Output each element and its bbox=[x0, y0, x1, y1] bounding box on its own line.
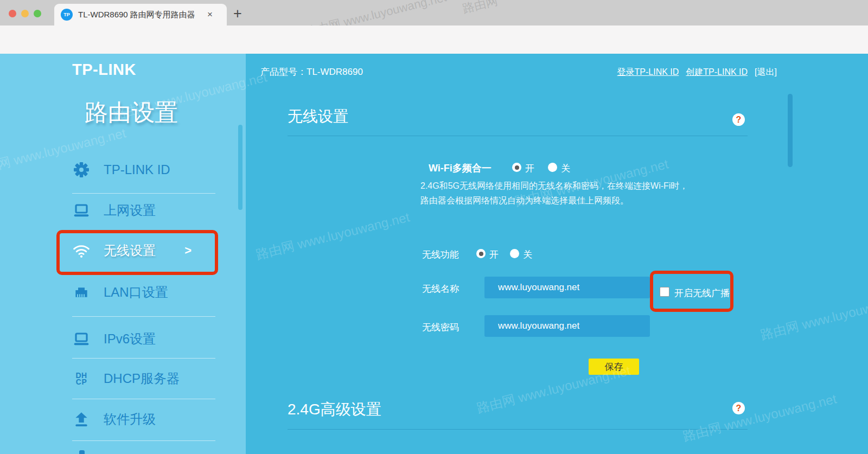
browser-tab[interactable]: TP TL-WDR8690 路由网专用路由器 × bbox=[54, 4, 227, 25]
sidebar-item-label: LAN口设置 bbox=[104, 284, 168, 301]
tab-favicon-icon: TP bbox=[61, 9, 73, 21]
mac-maximize-button[interactable] bbox=[34, 10, 41, 17]
function-radio-off[interactable] bbox=[510, 249, 519, 258]
ethernet-port-icon bbox=[72, 283, 91, 302]
password-label: 无线密码 bbox=[422, 321, 459, 334]
create-tplink-id-link[interactable]: 创建TP-LINK ID bbox=[686, 67, 748, 78]
laptop-icon bbox=[72, 330, 91, 348]
wireless-function-label: 无线功能 bbox=[422, 248, 459, 261]
section-title-advanced: 2.4G高级设置 bbox=[288, 399, 381, 420]
tab-strip: TP TL-WDR8690 路由网专用路由器 × + 路由网 www.luyou… bbox=[0, 0, 868, 25]
sidebar-item-ipv6[interactable]: IPv6设置 bbox=[72, 328, 224, 350]
watermark: 路由网 bbox=[461, 0, 499, 17]
function-radio-on[interactable] bbox=[476, 249, 486, 258]
sidebar-divider bbox=[72, 399, 215, 399]
watermark: 路由网 www.luyouwang.net bbox=[681, 390, 838, 445]
help-icon[interactable]: ? bbox=[732, 113, 745, 126]
sidebar-item-tplink-id[interactable]: TP-LINK ID bbox=[72, 159, 224, 181]
multiband-radio-off-label: 关 bbox=[561, 162, 570, 175]
multiband-label: Wi-Fi多频合一 bbox=[429, 162, 492, 175]
multiband-radio-on-label: 开 bbox=[525, 162, 534, 175]
mac-minimize-button[interactable] bbox=[21, 10, 29, 17]
ssid-label: 无线名称 bbox=[422, 283, 459, 295]
sidebar-title: 路由设置 bbox=[85, 97, 178, 129]
sidebar-item-label: 软件升级 bbox=[104, 411, 156, 428]
password-input[interactable] bbox=[484, 315, 650, 337]
help-icon[interactable]: ? bbox=[732, 402, 745, 414]
section-divider bbox=[288, 429, 748, 430]
function-radio-off-label: 关 bbox=[523, 248, 532, 261]
sidebar-divider bbox=[72, 358, 215, 359]
sidebar-item-lan[interactable]: LAN口设置 bbox=[72, 282, 224, 303]
section-title-wireless: 无线设置 bbox=[288, 106, 348, 127]
ssid-input[interactable] bbox=[484, 277, 650, 298]
watermark: 路由网 www.luyouwang.net bbox=[254, 208, 411, 263]
sidebar-item-upgrade[interactable]: 软件升级 bbox=[72, 408, 224, 430]
section-divider bbox=[288, 136, 748, 136]
multiband-radio-on[interactable] bbox=[512, 163, 521, 172]
sidebar-divider bbox=[72, 193, 215, 194]
sidebar-divider bbox=[72, 440, 215, 441]
sidebar-item-dhcp[interactable]: DHCP DHCP服务器 bbox=[72, 368, 224, 389]
product-model: 产品型号：TL-WDR8690 bbox=[260, 66, 363, 78]
login-tplink-id-link[interactable]: 登录TP-LINK ID bbox=[617, 67, 679, 78]
new-tab-button[interactable]: + bbox=[233, 5, 242, 22]
multiband-description: 2.4G和5G无线网络使用相同的无线名称和密码，在终端连接Wi-Fi时，路由器会… bbox=[420, 178, 688, 208]
dhcp-icon: DHCP bbox=[72, 369, 91, 388]
sidebar-divider bbox=[72, 316, 215, 317]
sidebar-scrollbar[interactable] bbox=[238, 125, 242, 210]
save-button[interactable]: 保存 bbox=[589, 359, 639, 375]
sidebar-item-label: TP-LINK ID bbox=[104, 162, 170, 177]
account-links: 登录TP-LINK ID 创建TP-LINK ID [退出] bbox=[617, 67, 777, 78]
content-scrollbar[interactable] bbox=[788, 94, 793, 167]
logout-link[interactable]: [退出] bbox=[755, 67, 777, 78]
sidebar-item-label: DHCP服务器 bbox=[104, 370, 180, 387]
laptop-icon bbox=[72, 201, 91, 220]
sidebar-partial-icon bbox=[79, 450, 85, 454]
watermark: 路由网 www.luyouwang.net bbox=[758, 289, 868, 343]
sidebar-item-label: 上网设置 bbox=[104, 202, 156, 219]
tab-close-icon[interactable]: × bbox=[207, 9, 213, 20]
function-radio-on-label: 开 bbox=[489, 248, 499, 261]
browser-toolbar: 不安全 tplogin.cn 登录 bbox=[0, 25, 868, 54]
tab-title: TL-WDR8690 路由网专用路由器 bbox=[78, 10, 204, 20]
annotation-box-broadcast bbox=[650, 271, 733, 312]
mac-close-button[interactable] bbox=[9, 10, 16, 17]
multiband-radio-off[interactable] bbox=[548, 163, 557, 172]
sidebar-item-internet[interactable]: 上网设置 bbox=[72, 200, 224, 221]
sidebar-item-label: IPv6设置 bbox=[104, 330, 156, 348]
browser-window: TP TL-WDR8690 路由网专用路由器 × + 路由网 www.luyou… bbox=[0, 0, 868, 454]
tplink-logo: TP-LINK bbox=[72, 61, 136, 79]
router-admin-page: TP-LINK 路由设置 TP-LINK ID bbox=[0, 54, 868, 454]
gear-icon bbox=[72, 161, 91, 179]
annotation-box-wireless-menu bbox=[56, 230, 218, 275]
upgrade-arrow-icon bbox=[72, 410, 91, 429]
